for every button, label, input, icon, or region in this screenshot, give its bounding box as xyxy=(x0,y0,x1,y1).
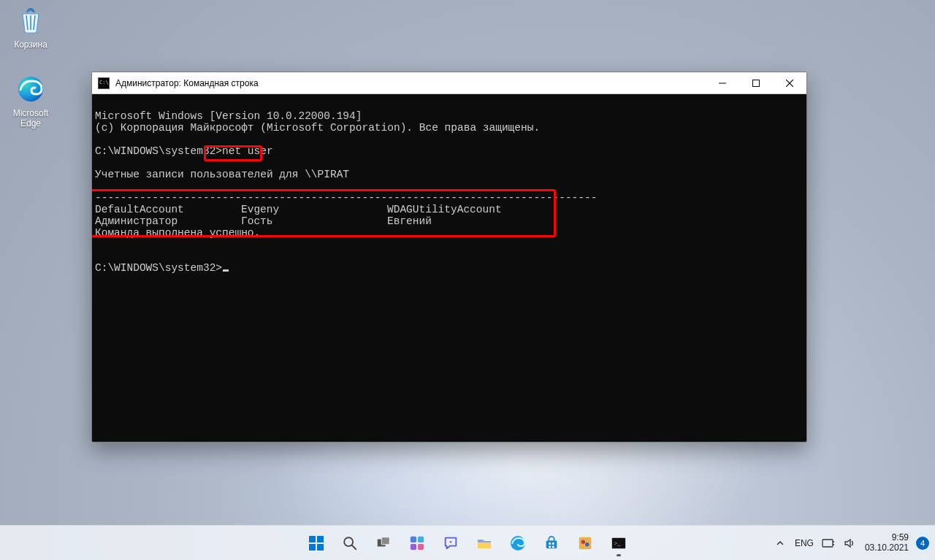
taskbar-center: >_ xyxy=(302,529,633,558)
widgets-button[interactable] xyxy=(402,529,432,558)
user-row: АдминистраторГостьЕвгений xyxy=(95,215,432,227)
console-line: Учетные записи пользователей для \\PIRAT xyxy=(95,169,349,180)
svg-line-10 xyxy=(352,545,356,549)
console-line: (c) Корпорация Майкрософт (Microsoft Cor… xyxy=(95,122,540,134)
file-explorer-button[interactable] xyxy=(470,529,499,558)
svg-rect-23 xyxy=(552,545,554,548)
network-icon[interactable] xyxy=(821,536,836,551)
console-line: Команда выполнена успешно. xyxy=(95,227,260,239)
svg-rect-16 xyxy=(418,543,424,549)
app-button[interactable] xyxy=(570,529,600,558)
cmd-icon xyxy=(98,77,110,89)
system-tray: ENG 9:59 03.10.2021 4 xyxy=(773,533,929,553)
notification-count: 4 xyxy=(920,539,925,548)
window-title: Администратор: Командная строка xyxy=(115,78,259,88)
svg-rect-12 xyxy=(381,537,389,544)
chat-button[interactable] xyxy=(436,529,465,558)
tray-chevron-up-icon[interactable] xyxy=(773,536,787,551)
search-button[interactable] xyxy=(335,529,365,558)
svg-rect-6 xyxy=(317,536,324,542)
svg-rect-21 xyxy=(552,542,554,545)
svg-rect-19 xyxy=(546,540,557,548)
user-row: DefaultAccountEvgenyWDAGUtilityAccount xyxy=(95,204,502,215)
svg-text:>_: >_ xyxy=(614,540,622,546)
recycle-bin-icon xyxy=(15,4,47,37)
clock-time: 9:59 xyxy=(865,533,909,543)
task-view-button[interactable] xyxy=(369,529,398,558)
desktop-icon-microsoft-edge[interactable]: Microsoft Edge xyxy=(3,73,58,129)
svg-rect-29 xyxy=(823,540,833,547)
svg-rect-5 xyxy=(309,536,316,542)
console-prompt: C:\WINDOWS\system32> xyxy=(95,145,222,157)
desktop-icon-recycle-bin[interactable]: Корзина xyxy=(3,4,58,50)
console-command: net user xyxy=(222,145,273,157)
titlebar[interactable]: Администратор: Командная строка xyxy=(92,72,806,94)
svg-rect-13 xyxy=(411,536,416,542)
console-separator: ----------------------------------------… xyxy=(95,192,597,204)
clock-date: 03.10.2021 xyxy=(865,543,909,553)
window-controls xyxy=(706,72,806,94)
maximize-button[interactable] xyxy=(739,72,773,94)
cmd-taskbar-button[interactable]: >_ xyxy=(604,529,633,558)
svg-rect-22 xyxy=(549,545,551,548)
svg-rect-14 xyxy=(418,536,424,542)
svg-rect-7 xyxy=(309,544,316,551)
cursor xyxy=(223,269,229,272)
start-button[interactable] xyxy=(302,529,331,558)
svg-rect-20 xyxy=(549,542,551,545)
edge-icon xyxy=(15,73,47,105)
svg-rect-8 xyxy=(317,544,324,551)
svg-point-17 xyxy=(450,540,452,542)
console-prompt: C:\WINDOWS\system32> xyxy=(95,262,222,274)
svg-rect-15 xyxy=(411,543,416,549)
svg-rect-2 xyxy=(753,80,760,86)
desktop-icon-label: Microsoft Edge xyxy=(3,108,58,129)
store-button[interactable] xyxy=(537,529,566,558)
console-line: Microsoft Windows [Version 10.0.22000.19… xyxy=(95,110,362,122)
language-indicator[interactable]: ENG xyxy=(795,538,814,548)
close-button[interactable] xyxy=(773,72,806,94)
console-area[interactable]: Microsoft Windows [Version 10.0.22000.19… xyxy=(92,94,806,442)
notification-badge[interactable]: 4 xyxy=(916,537,929,550)
svg-point-26 xyxy=(585,542,589,547)
command-prompt-window: Администратор: Командная строка Microsof… xyxy=(91,72,807,442)
desktop-icon-label: Корзина xyxy=(3,39,58,50)
edge-taskbar-button[interactable] xyxy=(503,529,533,558)
clock[interactable]: 9:59 03.10.2021 xyxy=(865,533,909,553)
taskbar: >_ ENG 9:59 03.10.2021 4 xyxy=(0,525,935,560)
minimize-button[interactable] xyxy=(706,72,739,94)
svg-point-25 xyxy=(581,540,586,544)
volume-icon[interactable] xyxy=(843,536,858,551)
svg-rect-24 xyxy=(579,537,592,549)
